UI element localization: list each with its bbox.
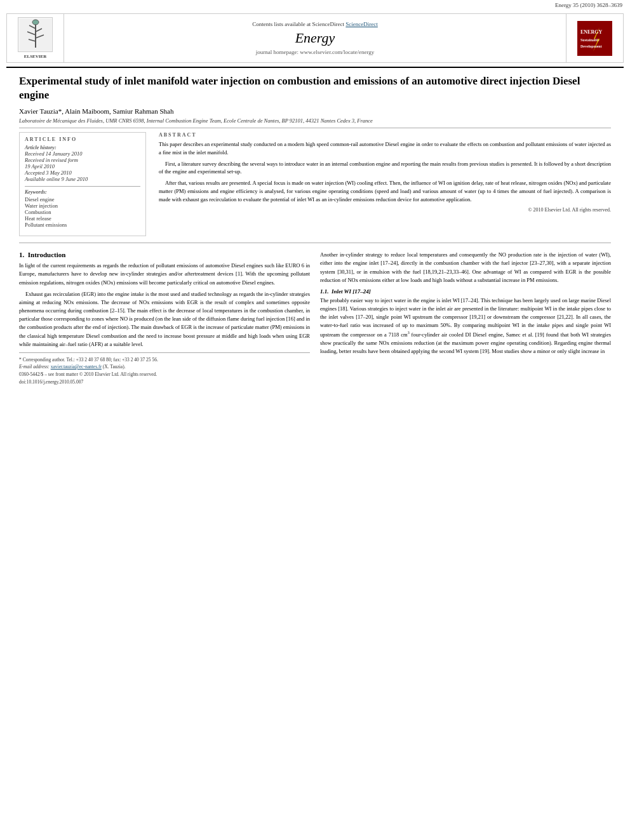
main-left-col: 1. Introduction In light of the current … bbox=[19, 251, 310, 385]
energy-logo-right: ENERGY Sustainable Development bbox=[566, 14, 623, 62]
footnote-email: E-mail address: xavier.tauzia@ec-nantes.… bbox=[19, 364, 310, 370]
journal-header-center: Contents lists available at ScienceDirec… bbox=[64, 14, 566, 62]
email-end: (X. Tauzia). bbox=[103, 364, 126, 370]
email-link[interactable]: xavier.tauzia@ec-nantes.fr bbox=[51, 364, 102, 370]
elsevier-logo-left: ELSEVIER bbox=[7, 14, 64, 62]
energy-icon: ENERGY Sustainable Development bbox=[577, 21, 612, 56]
affiliation: Laboratoire de Mécanique des Fluides, UM… bbox=[19, 117, 611, 124]
article-info-col: ARTICLE INFO Article history: Received 1… bbox=[19, 132, 146, 236]
article-info-box: ARTICLE INFO Article history: Received 1… bbox=[19, 132, 146, 236]
accepted-value: Accepted 3 May 2010 bbox=[25, 170, 140, 176]
sub-p1: The probably easier way to inject water … bbox=[320, 297, 611, 356]
keywords-label: Keywords: bbox=[25, 189, 140, 195]
subsection-1-1-text: The probably easier way to inject water … bbox=[320, 297, 611, 356]
article-info-label: ARTICLE INFO bbox=[25, 137, 140, 142]
subsection-title: Inlet WI [17–24] bbox=[332, 288, 371, 295]
footer-doi: doi:10.1016/j.energy.2010.05.007 bbox=[19, 379, 310, 385]
revised-label: Received in revised form bbox=[25, 157, 140, 163]
science-direct-label: Contents lists available at ScienceDirec… bbox=[252, 21, 378, 27]
keyword-1: Diesel engine bbox=[25, 196, 140, 203]
info-abstract-section: ARTICLE INFO Article history: Received 1… bbox=[19, 132, 611, 236]
intro-p2: Exhaust gas recirculation (EGR) into the… bbox=[19, 290, 310, 349]
thick-divider bbox=[6, 67, 624, 68]
footnote-divider bbox=[19, 352, 310, 353]
science-direct-link[interactable]: ScienceDirect bbox=[345, 21, 377, 27]
elsevier-text: ELSEVIER bbox=[24, 54, 46, 59]
keyword-4: Heat release bbox=[25, 215, 140, 222]
article-body: Experimental study of inlet manifold wat… bbox=[0, 74, 630, 385]
keyword-5: Pollutant emissions bbox=[25, 222, 140, 228]
svg-text:Development: Development bbox=[580, 44, 602, 48]
abstract-p1: This paper describes an experimental stu… bbox=[159, 140, 611, 157]
abstract-label: ABSTRACT bbox=[159, 132, 611, 138]
elsevier-icon bbox=[18, 17, 53, 52]
article-history-group: Article history: Received 14 January 201… bbox=[25, 145, 140, 182]
article-title: Experimental study of inlet manifold wat… bbox=[19, 74, 611, 102]
authors: Xavier Tauzia*, Alain Maiboom, Samiur Ra… bbox=[19, 107, 611, 115]
subsection-num: 1.1. bbox=[320, 288, 329, 295]
sd-text: Contents lists available at ScienceDirec… bbox=[252, 21, 344, 27]
right-intro-text: Another in-cylinder strategy to reduce l… bbox=[320, 251, 611, 284]
info-divider bbox=[25, 186, 140, 187]
keywords-group: Keywords: Diesel engine Water injection … bbox=[25, 189, 140, 228]
abstract-p3: After that, various results are presente… bbox=[159, 179, 611, 203]
journal-homepage: journal homepage: www.elsevier.com/locat… bbox=[256, 49, 375, 55]
footnotes-area: * Corresponding author. Tel.: +33 2 40 3… bbox=[19, 357, 310, 385]
intro-title: Introduction bbox=[28, 251, 66, 258]
email-label: E-mail address: bbox=[19, 364, 50, 370]
abstract-text: This paper describes an experimental stu… bbox=[159, 140, 611, 203]
available-value: Available online 9 June 2010 bbox=[25, 176, 140, 182]
main-content: 1. Introduction In light of the current … bbox=[19, 251, 611, 385]
journal-name: Energy bbox=[295, 30, 335, 46]
main-right-col: Another in-cylinder strategy to reduce l… bbox=[320, 251, 611, 385]
main-divider bbox=[19, 243, 611, 243]
keyword-3: Combustion bbox=[25, 209, 140, 215]
history-label: Article history: bbox=[25, 145, 140, 150]
footnote-star: * Corresponding author. Tel.: +33 2 40 3… bbox=[19, 357, 310, 363]
article-divider bbox=[19, 128, 611, 128]
subsection-1-1-heading: 1.1. Inlet WI [17–24] bbox=[320, 288, 611, 295]
svg-text:ENERGY: ENERGY bbox=[580, 29, 602, 35]
citation-text: Energy 35 (2010) 3628–3639 bbox=[555, 2, 622, 8]
intro-text: In light of the current requirements as … bbox=[19, 262, 310, 349]
journal-header: ELSEVIER Contents lists available at Sci… bbox=[6, 13, 624, 63]
intro-heading: 1. Introduction bbox=[19, 251, 310, 258]
intro-p1: In light of the current requirements as … bbox=[19, 262, 310, 287]
abstract-col: ABSTRACT This paper describes an experim… bbox=[159, 132, 611, 236]
svg-text:Sustainable: Sustainable bbox=[580, 38, 600, 42]
keyword-2: Water injection bbox=[25, 203, 140, 209]
footer-issn: 0360-5442/$ – see front matter © 2010 El… bbox=[19, 371, 310, 377]
right-p1: Another in-cylinder strategy to reduce l… bbox=[320, 251, 611, 284]
abstract-p2: First, a literature survey describing th… bbox=[159, 160, 611, 177]
copyright: © 2010 Elsevier Ltd. All rights reserved… bbox=[159, 207, 611, 213]
author-names: Xavier Tauzia*, Alain Maiboom, Samiur Ra… bbox=[19, 107, 173, 115]
revised-date: 19 April 2010 bbox=[25, 163, 140, 170]
citation-bar: Energy 35 (2010) 3628–3639 bbox=[0, 0, 630, 8]
received-value: Received 14 January 2010 bbox=[25, 150, 140, 157]
svg-point-7 bbox=[32, 20, 39, 25]
intro-number: 1. bbox=[19, 251, 24, 258]
